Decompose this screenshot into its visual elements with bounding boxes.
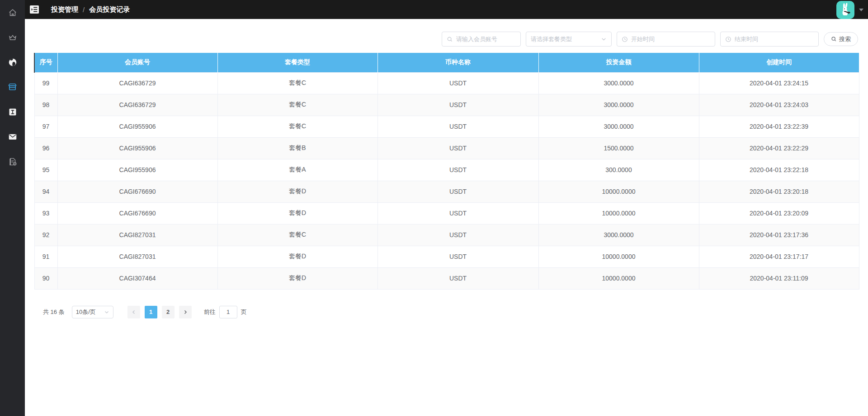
cell-amount: 3000.0000 <box>538 224 699 246</box>
col-header-package: 套餐类型 <box>217 53 377 72</box>
start-date-input[interactable] <box>631 36 710 42</box>
cell-account: CAGI827031 <box>57 224 217 246</box>
rabbit-avatar-icon <box>838 2 853 18</box>
avatar[interactable] <box>836 1 854 19</box>
table-row: 95 CAGI955906 套餐A USDT 300.0000 2020-04-… <box>34 159 859 181</box>
sidebar-item-report[interactable] <box>0 149 25 174</box>
package-type-placeholder: 请选择套餐类型 <box>531 35 572 43</box>
breadcrumb: 投资管理 / 会员投资记录 <box>51 5 130 14</box>
globe-icon <box>8 57 18 67</box>
chevron-right-icon <box>183 309 188 315</box>
cell-currency: USDT <box>377 137 538 159</box>
page-button-2[interactable]: 2 <box>162 306 175 318</box>
search-button[interactable]: 搜索 <box>824 32 858 46</box>
cell-package: 套餐D <box>217 267 377 289</box>
cell-account: CAGI955906 <box>57 137 217 159</box>
cell-currency: USDT <box>377 159 538 181</box>
table-row: 97 CAGI955906 套餐C USDT 3000.0000 2020-04… <box>34 116 859 137</box>
cell-amount: 10000.0000 <box>538 181 699 202</box>
cell-package: 套餐C <box>217 94 377 116</box>
page-button-1[interactable]: 1 <box>145 306 157 318</box>
goto-suffix-label: 页 <box>241 308 247 316</box>
chevron-down-icon <box>601 36 607 42</box>
table-row: 94 CAGI676690 套餐D USDT 10000.0000 2020-0… <box>34 181 859 202</box>
cell-amount: 10000.0000 <box>538 202 699 224</box>
cell-amount: 10000.0000 <box>538 246 699 267</box>
col-header-seq: 序号 <box>34 53 57 72</box>
table-row: 92 CAGI827031 套餐C USDT 3000.0000 2020-04… <box>34 224 859 246</box>
member-account-field[interactable] <box>442 32 521 47</box>
page-size-value: 10条/页 <box>76 308 96 316</box>
mail-icon <box>8 132 18 142</box>
cell-package: 套餐C <box>217 116 377 137</box>
chevron-down-icon <box>104 309 109 315</box>
cell-amount: 3000.0000 <box>538 94 699 116</box>
sidebar-item-mail[interactable] <box>0 124 25 149</box>
cell-package: 套餐C <box>217 72 377 94</box>
cell-seq: 96 <box>34 137 57 159</box>
sidebar-item-vip[interactable] <box>0 25 25 50</box>
search-icon <box>447 36 453 42</box>
col-header-currency: 币种名称 <box>377 53 538 72</box>
document-check-icon <box>8 157 18 167</box>
goto-label: 前往 <box>204 308 216 316</box>
prev-page-button[interactable] <box>127 306 140 318</box>
clock-icon <box>725 36 731 42</box>
col-header-created: 创建时间 <box>699 53 859 72</box>
cell-created: 2020-04-01 23:22:39 <box>699 116 859 137</box>
cell-account: CAGI307464 <box>57 267 217 289</box>
table-row: 93 CAGI676690 套餐D USDT 10000.0000 2020-0… <box>34 202 859 224</box>
end-date-field[interactable] <box>720 32 819 47</box>
cell-package: 套餐D <box>217 202 377 224</box>
breadcrumb-section[interactable]: 投资管理 <box>51 5 78 14</box>
member-account-input[interactable] <box>456 36 516 42</box>
cell-package: 套餐A <box>217 159 377 181</box>
cell-seq: 93 <box>34 202 57 224</box>
main-content: 请选择套餐类型 搜索 <box>25 0 868 416</box>
col-header-account: 会员账号 <box>57 53 217 72</box>
cell-created: 2020-04-01 23:11:09 <box>699 267 859 289</box>
total-count-label: 共 16 条 <box>43 308 65 316</box>
investment-table: 序号 会员账号 套餐类型 币种名称 投资金额 创建时间 99 CAGI63672… <box>34 53 859 290</box>
cell-currency: USDT <box>377 116 538 137</box>
search-button-label: 搜索 <box>839 35 851 43</box>
table-row: 99 CAGI636729 套餐C USDT 3000.0000 2020-04… <box>34 72 859 94</box>
breadcrumb-separator: / <box>83 6 85 14</box>
home-icon <box>8 8 18 18</box>
table-header-row: 序号 会员账号 套餐类型 币种名称 投资金额 创建时间 <box>34 53 859 72</box>
page-size-select[interactable]: 10条/页 <box>72 306 113 318</box>
collapse-menu-icon[interactable] <box>29 5 39 14</box>
cell-package: 套餐C <box>217 224 377 246</box>
next-page-button[interactable] <box>179 306 192 318</box>
investment-table-wrap: 序号 会员账号 套餐类型 币种名称 投资金额 创建时间 99 CAGI63672… <box>34 53 858 290</box>
chevron-left-icon <box>131 309 137 315</box>
package-type-select[interactable]: 请选择套餐类型 <box>526 32 612 47</box>
start-date-field[interactable] <box>617 32 715 47</box>
user-menu-caret-icon[interactable] <box>859 9 863 11</box>
sidebar-item-shop-active[interactable] <box>0 75 25 99</box>
cell-created: 2020-04-01 23:20:18 <box>699 181 859 202</box>
cell-amount: 10000.0000 <box>538 267 699 289</box>
cell-currency: USDT <box>377 224 538 246</box>
end-date-input[interactable] <box>735 36 814 42</box>
cell-account: CAGI636729 <box>57 72 217 94</box>
col-header-amount: 投资金额 <box>538 53 699 72</box>
cell-created: 2020-04-01 23:20:09 <box>699 202 859 224</box>
sidebar-item-globe[interactable] <box>0 50 25 75</box>
sidebar-item-info[interactable] <box>0 99 25 124</box>
info-box-icon <box>8 108 17 117</box>
cell-amount: 1500.0000 <box>538 137 699 159</box>
sidebar-item-home[interactable] <box>0 0 25 25</box>
goto-page-input[interactable] <box>219 306 237 318</box>
cell-currency: USDT <box>377 246 538 267</box>
cell-currency: USDT <box>377 72 538 94</box>
topbar: 投资管理 / 会员投资记录 <box>25 0 868 19</box>
search-icon <box>831 36 837 42</box>
cell-seq: 94 <box>34 181 57 202</box>
cell-seq: 99 <box>34 72 57 94</box>
cell-seq: 98 <box>34 94 57 116</box>
cell-amount: 3000.0000 <box>538 116 699 137</box>
cell-account: CAGI827031 <box>57 246 217 267</box>
cell-created: 2020-04-01 23:17:36 <box>699 224 859 246</box>
shop-icon <box>7 82 18 92</box>
